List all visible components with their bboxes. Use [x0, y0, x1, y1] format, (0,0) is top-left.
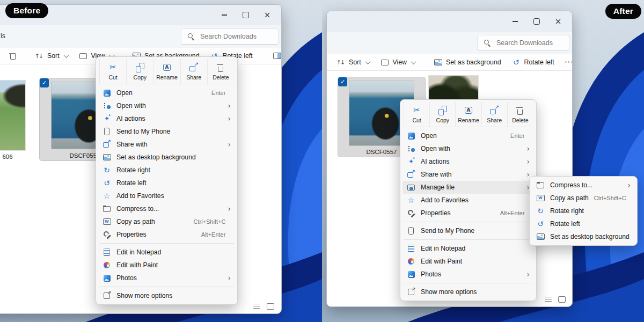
list-view-icon[interactable] [253, 304, 260, 309]
menu-item[interactable]: Open with [98, 99, 235, 112]
menu-item[interactable]: Compress to... [532, 179, 635, 192]
menu-item[interactable]: Open Enter [98, 86, 235, 99]
menu-item[interactable]: Copy as path Ctrl+Shift+C [98, 215, 235, 228]
minimize-button[interactable] [214, 6, 235, 24]
command-button[interactable]: Copy [429, 102, 455, 127]
menu-item[interactable]: Show more options [402, 286, 534, 298]
menu-item[interactable]: Add to Favorites [98, 189, 235, 202]
chevron-right-icon [228, 141, 231, 148]
menu-item[interactable]: Share with [402, 168, 534, 181]
file-tile-golf[interactable]: 606 [0, 80, 25, 161]
close-icon: × [264, 11, 271, 19]
toolbar-button[interactable]: Set as background [429, 56, 506, 69]
menu-item-list: Open Enter Open with [402, 129, 534, 298]
maximize-button[interactable] [526, 13, 547, 30]
menu-item[interactable]: Edit with Paint [402, 255, 534, 268]
after-badge: After [605, 4, 641, 19]
menu-item[interactable]: Copy as path Ctrl+Shift+C [532, 192, 635, 204]
search-icon [483, 39, 492, 47]
command-button[interactable]: Delete [507, 102, 533, 127]
menu-item[interactable]: AI actions [98, 112, 235, 125]
properties-icon [407, 209, 415, 217]
wallpaper-icon [536, 232, 545, 241]
address-bar: ls Search Downloads [0, 25, 281, 48]
ai-icon [407, 157, 415, 166]
list-view-icon[interactable] [545, 297, 552, 302]
menu-item[interactable]: Rotate left [532, 217, 635, 230]
menu-item[interactable]: AI actions [402, 155, 534, 168]
menu-item[interactable]: Show more options [98, 289, 235, 302]
command-button[interactable]: Rename [153, 59, 180, 84]
trash-icon [8, 52, 17, 60]
toolbar-button[interactable] [4, 49, 21, 62]
command-button[interactable]: Share [481, 102, 507, 127]
search-icon [187, 32, 195, 41]
command-button[interactable]: Delete [207, 59, 234, 84]
menu-item[interactable]: Edit with Paint [98, 259, 235, 272]
menu-item[interactable]: Properties Alt+Enter [402, 207, 534, 219]
ai-icon [103, 114, 111, 123]
menu-item[interactable]: Compress to... [98, 202, 235, 215]
menu-item[interactable]: Rotate left [98, 177, 235, 189]
menu-item[interactable]: Edit in Notepad [402, 242, 534, 255]
toolbar-button[interactable]: Sort [31, 49, 72, 62]
toolbar-button[interactable]: Sort [332, 56, 374, 69]
search-box[interactable]: Search Downloads [477, 35, 569, 50]
view-icon [380, 58, 389, 67]
close-icon: × [555, 18, 562, 26]
menu-item[interactable]: Rotate right [532, 204, 635, 217]
cut-icon [108, 63, 118, 72]
toolbar-button[interactable]: Details [269, 49, 282, 62]
menu-item[interactable]: Properties Alt+Enter [98, 228, 235, 241]
chevron-down-icon [365, 59, 370, 64]
titlebar[interactable]: × [327, 11, 572, 32]
checkbox-check-icon[interactable] [338, 77, 347, 86]
toolbar-after: Sort View Set as background [327, 54, 572, 71]
compress-icon [536, 181, 545, 189]
menu-item-list: Compress to... Copy as path Ctrl+Shift+C [532, 179, 635, 243]
menu-item[interactable]: Photos [402, 268, 534, 281]
menu-item[interactable]: Set as desktop background [532, 230, 635, 243]
after-panel: × Search Downloads Sort [322, 0, 644, 322]
copy-icon [135, 63, 145, 72]
toolbar-button[interactable]: Rotate left [508, 56, 559, 69]
command-button[interactable]: Copy [126, 59, 153, 84]
thumbnail-view-icon[interactable] [558, 296, 566, 303]
chevron-down-icon [411, 59, 416, 64]
close-button[interactable]: × [257, 6, 278, 24]
menu-item[interactable]: Share with [98, 138, 235, 151]
toolbar-button[interactable]: View [376, 56, 420, 69]
photos-icon [407, 270, 415, 279]
rotate-left-icon [103, 179, 111, 187]
maximize-button[interactable] [235, 6, 257, 24]
command-button[interactable]: Share [180, 59, 207, 84]
checkbox-check-icon[interactable] [40, 78, 49, 87]
menu-item[interactable]: Add to Favorites [402, 194, 534, 207]
delete-icon [515, 106, 525, 115]
thumbnail-view-icon[interactable] [267, 303, 274, 310]
menu-item[interactable]: Rotate right [98, 164, 235, 177]
share-icon [489, 106, 499, 115]
menu-item[interactable]: Open with [402, 142, 534, 155]
close-button[interactable]: × [547, 13, 569, 30]
command-button[interactable]: Rename [455, 102, 481, 127]
menu-item[interactable]: Set as desktop background [98, 151, 235, 164]
search-box[interactable]: Search Downloads [181, 28, 279, 45]
command-button[interactable]: Cut [404, 102, 429, 127]
menu-item[interactable]: Edit in Notepad [98, 246, 235, 259]
rotate-left-icon [536, 219, 545, 228]
search-placeholder: Search Downloads [496, 39, 553, 47]
toolbar-button[interactable] [561, 56, 573, 69]
chevron-right-icon [526, 145, 530, 152]
menu-item[interactable]: Manage file [402, 181, 534, 194]
maximize-icon [533, 18, 540, 25]
menu-item[interactable]: Photos [98, 272, 235, 284]
minimize-button[interactable] [504, 13, 526, 30]
open-with-icon [407, 144, 415, 153]
menu-item[interactable]: Open Enter [402, 129, 534, 142]
menu-item[interactable]: Send to My Phone [402, 224, 534, 237]
menu-item[interactable]: Send to My Phone [98, 125, 235, 138]
chevron-right-icon [526, 171, 530, 178]
command-button[interactable]: Cut [99, 59, 126, 84]
menu-separator [99, 243, 234, 244]
